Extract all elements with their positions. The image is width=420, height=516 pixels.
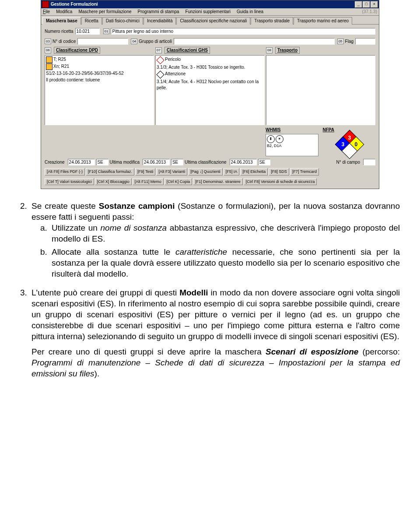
tab-ricetta[interactable]: Ricetta bbox=[81, 17, 102, 25]
whmis-value: B2, D1A bbox=[267, 143, 317, 149]
btn-copia[interactable]: [Ctrl K] Copia bbox=[164, 178, 192, 186]
maximize-button[interactable]: □ bbox=[363, 1, 370, 8]
descrizione-field[interactable]: Pittura per legno ad uso interno bbox=[111, 28, 375, 35]
btn-memo[interactable]: [Alt F11] Memo bbox=[133, 178, 164, 186]
btn-denominaz-straniere[interactable]: [F1] Denominaz. straniere bbox=[193, 178, 243, 186]
whmis-box[interactable]: ⬍ ✶ B2, D1A bbox=[266, 134, 318, 156]
btn-bloccaggio[interactable]: [Ctrl X] Bloccaggio bbox=[95, 178, 132, 186]
creazione-label: Creazione bbox=[45, 159, 65, 165]
tab-trasporto-stradale[interactable]: Trasporto stradale bbox=[251, 17, 293, 25]
ultima-classificazione-label: Ultima classificazione bbox=[185, 159, 227, 165]
ultima-modifica-label: Ultima modifica bbox=[110, 159, 140, 165]
section-trasporto-header[interactable]: Trasporto bbox=[275, 47, 300, 54]
tag-07: 07 bbox=[155, 47, 162, 53]
tab-maschera-base[interactable]: Maschera base bbox=[42, 17, 81, 25]
dpd-line: T; R25 bbox=[53, 56, 66, 63]
tab-classificazioni-nazionali[interactable]: Classificazioni specifiche nazionali bbox=[176, 17, 250, 25]
btn-tremcard[interactable]: [F7] Tremcard bbox=[290, 168, 319, 176]
ghs-line: 3.1/4; Acute Tox. 4 - H312 Nocivo per co… bbox=[157, 79, 263, 91]
numero-ricetta-field[interactable]: 10.021 bbox=[75, 28, 100, 35]
list-letter: a. bbox=[40, 222, 52, 244]
list-number: 3. bbox=[20, 287, 32, 342]
panel-trasporto[interactable] bbox=[266, 55, 375, 125]
btn-sds[interactable]: [F8] SDS bbox=[269, 168, 289, 176]
creazione-field[interactable]: 24.06.2013 bbox=[68, 159, 95, 165]
window-title: Gestione Formulazioni bbox=[51, 1, 355, 7]
ultima-classificazione-field[interactable]: 24.06.2013 bbox=[230, 159, 257, 165]
whmis-symbol-icon: ✶ bbox=[276, 135, 284, 143]
btn-classifica-formulaz[interactable]: [F10] Classifica formulaz. bbox=[86, 168, 134, 176]
document-body: 2. Se create queste Sostanze campioni (S… bbox=[0, 197, 420, 392]
ghs-line: Attenzione bbox=[165, 71, 186, 77]
btn-ia[interactable]: [F5] IA bbox=[224, 168, 240, 176]
main-form: Numero ricetta 10.021 01 Pittura per leg… bbox=[41, 25, 379, 189]
whmis-symbol-icon: ⬍ bbox=[267, 135, 275, 143]
tab-bar: Maschera base Ricetta Dati fisico-chimic… bbox=[41, 16, 379, 25]
gruppo-field[interactable] bbox=[174, 38, 335, 45]
app-icon bbox=[42, 1, 49, 8]
body-text: Utilizzate un nome di sostanza abbastanz… bbox=[52, 222, 400, 244]
btn-versioni-schede[interactable]: [Ctrl F8] Versioni di schede di sicurezz… bbox=[244, 178, 317, 186]
section-ghs-header[interactable]: Classificazioni GHS bbox=[164, 47, 210, 54]
ghs-icon bbox=[156, 56, 164, 64]
n-codice-label: N° di codice bbox=[52, 39, 76, 45]
tag-03: 03 bbox=[45, 39, 51, 44]
body-text: Se create queste Sostanze campioni (Sost… bbox=[32, 200, 400, 222]
btn-valori-tossicologici[interactable]: [Ctrl T] Valori tossicologici bbox=[45, 178, 94, 186]
menu-bar: FFileile Modifica Maschere per formulazi… bbox=[41, 8, 379, 16]
menu-file[interactable]: FFileile bbox=[43, 9, 50, 15]
flag-field[interactable] bbox=[355, 38, 375, 45]
nfpa-diamond[interactable]: 3 3 0 bbox=[323, 134, 376, 156]
tab-dati-fisico-chimici[interactable]: Dati fisico-chimici bbox=[102, 17, 143, 25]
menu-programmi[interactable]: Programmi di stampa bbox=[138, 9, 179, 15]
dpd-line: Xn; R21 bbox=[53, 63, 69, 70]
shortcut-row-2: [Ctrl T] Valori tossicologici [Ctrl X] B… bbox=[45, 178, 375, 186]
list-number: 2. bbox=[20, 200, 32, 222]
ghs-line: Pericolo bbox=[165, 56, 181, 63]
minimize-button[interactable]: _ bbox=[355, 1, 362, 8]
tag-08: 08 bbox=[266, 47, 273, 53]
menu-modifica[interactable]: Modifica bbox=[56, 9, 72, 15]
body-text: Allocate alla sostanza tutte le caratter… bbox=[52, 246, 400, 279]
n-campo-field[interactable] bbox=[363, 159, 375, 165]
version-label: (37.1.3) bbox=[362, 9, 377, 15]
tag-06: 06 bbox=[45, 47, 51, 53]
btn-testi[interactable]: [F9] Testi bbox=[135, 168, 155, 176]
flag-label: Flag bbox=[345, 39, 354, 45]
n-codice-field[interactable] bbox=[77, 38, 128, 45]
ultima-classificazione-se[interactable]: SE bbox=[258, 159, 270, 165]
btn-quozienti[interactable]: [Pag ↓] Quozienti bbox=[188, 168, 223, 176]
n-campo-label: N° di campo bbox=[336, 159, 360, 165]
body-text: L'utente può creare dei gruppi di questi… bbox=[32, 287, 400, 342]
dpd-line: Il prodotto contiene: toluene bbox=[46, 77, 100, 83]
menu-maschere[interactable]: Maschere per formulazione bbox=[78, 9, 131, 15]
ghs-line: 3.1/3; Acute Tox. 3 - H301 Tossico se in… bbox=[157, 64, 245, 70]
menu-funzioni[interactable]: Funzioni supplementari bbox=[186, 9, 231, 15]
tag-01: 01 bbox=[103, 28, 110, 34]
creazione-se[interactable]: SE bbox=[96, 159, 108, 165]
list-letter: b. bbox=[40, 246, 52, 279]
gruppo-label: Gruppo di articoli bbox=[139, 39, 172, 45]
shortcut-row-1: [Alt F8] Files PDF (-) [F10] Classifica … bbox=[45, 168, 375, 176]
close-button[interactable]: × bbox=[371, 1, 378, 8]
tag-04: 04 bbox=[131, 39, 137, 44]
ghs-exclamation-icon bbox=[156, 70, 164, 78]
btn-files-pdf[interactable]: [Alt F8] Files PDF (-) bbox=[45, 168, 85, 176]
whmis-header: WHMIS bbox=[266, 127, 318, 133]
btn-varianti[interactable]: [Alt F3] Varianti bbox=[156, 168, 187, 176]
ultima-modifica-field[interactable]: 24.06.2013 bbox=[143, 159, 170, 165]
hazard-icon bbox=[46, 63, 52, 70]
section-dpd-header[interactable]: Classificazione DPD bbox=[54, 47, 100, 54]
numero-ricetta-label: Numero ricetta bbox=[45, 28, 74, 35]
tab-incendiabilita[interactable]: Incendiabilità bbox=[144, 17, 176, 25]
tab-trasporto-marino[interactable]: Trasporto marino ed aereo bbox=[294, 17, 352, 25]
ultima-modifica-se[interactable]: SE bbox=[171, 159, 183, 165]
panel-ghs[interactable]: Pericolo 3.1/3; Acute Tox. 3 - H301 Toss… bbox=[155, 55, 265, 125]
dpd-line: S1/2-13-16-20-23-29/56-36/37/39-45-52 bbox=[46, 70, 124, 77]
menu-guida[interactable]: Guida in linea bbox=[237, 9, 263, 15]
hazard-icon bbox=[46, 56, 52, 63]
panel-dpd[interactable]: T; R25 Xn; R21 S1/2-13-16-20-23-29/56-36… bbox=[45, 55, 154, 125]
body-text: Per creare uno di questi gruppi si deve … bbox=[32, 346, 400, 379]
app-window: Gestione Formulazioni _ □ × FFileile Mod… bbox=[41, 0, 379, 189]
btn-etichetta[interactable]: [F6] Etichetta bbox=[240, 168, 268, 176]
